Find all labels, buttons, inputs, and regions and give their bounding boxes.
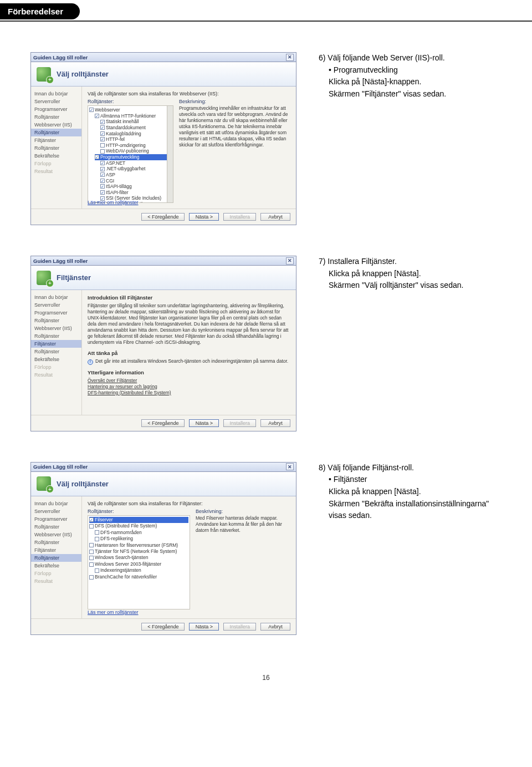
checkbox[interactable] [95, 568, 99, 573]
sidebar-item[interactable]: Resultat [31, 577, 81, 585]
checkbox[interactable] [95, 530, 99, 535]
prev-button[interactable]: < Föregående [141, 419, 185, 427]
role-services-tree[interactable]: WebbserverAllmänna HTTP-funktionerStatis… [88, 105, 173, 203]
sidebar-item[interactable]: Rolltjänster [31, 554, 81, 562]
sidebar-item[interactable]: Rolltjänster [31, 113, 81, 121]
sidebar-item[interactable]: Förlopp [31, 363, 81, 371]
sidebar-item[interactable]: Webbserver (IIS) [31, 121, 81, 129]
tree-item[interactable]: WebDAV-publicering [100, 148, 172, 154]
tree-item[interactable]: Filserver [89, 517, 188, 523]
tree-item[interactable]: Programutveckling [95, 154, 172, 160]
cancel-button[interactable]: Avbryt [260, 213, 290, 221]
sidebar-item[interactable]: Programserver [31, 309, 81, 317]
checkbox[interactable] [100, 190, 105, 195]
checkbox[interactable] [100, 167, 105, 171]
sidebar-item[interactable]: Rolltjänster [31, 523, 81, 531]
info-link[interactable]: DFS-hantering (Distributed File System) [88, 390, 290, 396]
tree-item[interactable]: Indexeringstjänsten [95, 567, 188, 573]
tree-item[interactable]: ISAPI-tillägg [100, 184, 172, 190]
sidebar-item[interactable]: Filtjänster [31, 546, 81, 554]
checkbox[interactable] [89, 562, 94, 567]
tree-item[interactable]: Webbserver [89, 107, 172, 113]
close-icon[interactable]: ✕ [286, 463, 294, 470]
sidebar-item[interactable]: Rolltjänster [31, 144, 81, 152]
tree-item[interactable]: ASP.NET [100, 160, 172, 166]
sidebar-item[interactable]: Förlopp [31, 160, 81, 167]
prev-button[interactable]: < Föregående [141, 623, 185, 631]
info-link[interactable]: Översikt över Filtjänster [88, 378, 290, 384]
cancel-button[interactable]: Avbryt [260, 419, 290, 427]
tree-item[interactable]: .NET-utbyggbarhet [100, 166, 172, 172]
role-services-tree[interactable]: FilserverDFS (Distributed File System)DF… [88, 515, 190, 609]
sidebar-item[interactable]: Bekräftelse [31, 562, 81, 570]
checkbox[interactable] [100, 137, 105, 141]
tree-item[interactable]: Tjänster för NFS (Network File System) [89, 548, 188, 555]
install-button[interactable]: Installera [223, 419, 256, 427]
sidebar-item[interactable]: Resultat [31, 371, 81, 379]
checkbox[interactable] [100, 143, 105, 148]
checkbox[interactable] [100, 131, 105, 136]
checkbox[interactable] [89, 575, 94, 580]
install-button[interactable]: Installera [223, 213, 256, 221]
learn-more-link[interactable]: Läs mer om rolltjänster [88, 200, 139, 205]
checkbox[interactable] [89, 556, 94, 560]
tree-item[interactable]: HTTP-fel [100, 136, 172, 143]
next-button[interactable]: Nästa > [189, 419, 219, 427]
sidebar-item[interactable]: Bekräftelse [31, 355, 81, 363]
sidebar-item[interactable]: Serverroller [31, 507, 81, 515]
tree-item[interactable]: BranchCache för nätverksfiler [89, 574, 188, 580]
tree-item[interactable]: Windows Server 2003-filtjänster [89, 561, 188, 567]
tree-item[interactable]: Statiskt innehåll [100, 119, 172, 125]
checkbox[interactable] [89, 108, 94, 112]
sidebar-item[interactable]: Bekräftelse [31, 152, 81, 160]
tree-item[interactable]: DFS (Distributed File System) [89, 523, 188, 529]
checkbox[interactable] [100, 161, 105, 165]
tree-item[interactable]: HTTP-omdirigering [100, 143, 172, 149]
sidebar-item[interactable]: Webbserver (IIS) [31, 531, 81, 539]
tree-item[interactable]: ISAPI-filter [100, 190, 172, 196]
tree-item[interactable]: DFS-namnområden [95, 530, 188, 536]
sidebar-item[interactable]: Rolltjänster [31, 539, 81, 546]
checkbox[interactable] [95, 537, 99, 541]
tree-item[interactable]: Hanteraren för filserverresurser (FSRM) [89, 542, 188, 548]
info-link[interactable]: Hantering av resurser och lagring [88, 384, 290, 390]
sidebar-item[interactable]: Programserver [31, 515, 81, 523]
tree-item[interactable]: DFS-replikering [95, 536, 188, 542]
next-button[interactable]: Nästa > [189, 623, 219, 631]
checkbox[interactable] [89, 550, 94, 554]
scrollbar[interactable] [167, 106, 173, 202]
sidebar-item[interactable]: Resultat [31, 167, 81, 175]
tree-item[interactable]: Katalogbläddring [100, 131, 172, 137]
sidebar-item[interactable]: Innan du börjar [31, 500, 81, 507]
checkbox[interactable] [100, 125, 105, 130]
sidebar-item[interactable]: Webbserver (IIS) [31, 324, 81, 332]
cancel-button[interactable]: Avbryt [260, 623, 290, 631]
checkbox[interactable] [100, 184, 105, 189]
sidebar-item[interactable]: Serverroller [31, 301, 81, 309]
close-icon[interactable]: ✕ [286, 54, 294, 61]
close-icon[interactable]: ✕ [286, 257, 294, 265]
sidebar-item[interactable]: Innan du börjar [31, 90, 81, 98]
sidebar-item[interactable]: Rolltjänster [31, 129, 81, 136]
checkbox[interactable] [100, 179, 105, 183]
sidebar-item[interactable]: Förlopp [31, 570, 81, 577]
sidebar-item[interactable]: Rolltjänster [31, 332, 81, 340]
next-button[interactable]: Nästa > [189, 213, 219, 221]
sidebar-item[interactable]: Rolltjänster [31, 348, 81, 355]
checkbox[interactable] [89, 517, 94, 522]
checkbox[interactable] [89, 543, 94, 547]
learn-more-link[interactable]: Läs mer om rolltjänster [88, 609, 139, 615]
sidebar-item[interactable]: Rolltjänster [31, 317, 81, 324]
tree-item[interactable]: Standarddokument [100, 125, 172, 131]
tree-item[interactable]: ASP [100, 172, 172, 178]
prev-button[interactable]: < Föregående [141, 213, 185, 221]
checkbox[interactable] [95, 155, 99, 159]
checkbox[interactable] [89, 524, 94, 529]
tree-item[interactable]: Allmänna HTTP-funktioner [95, 113, 172, 119]
sidebar-item[interactable]: Innan du börjar [31, 293, 81, 301]
sidebar-item[interactable]: Programserver [31, 105, 81, 113]
checkbox[interactable] [100, 149, 105, 154]
tree-item[interactable]: Windows Search-tjänsten [89, 555, 188, 561]
sidebar-item[interactable]: Filtjänster [31, 340, 81, 348]
install-button[interactable]: Installera [223, 623, 256, 631]
